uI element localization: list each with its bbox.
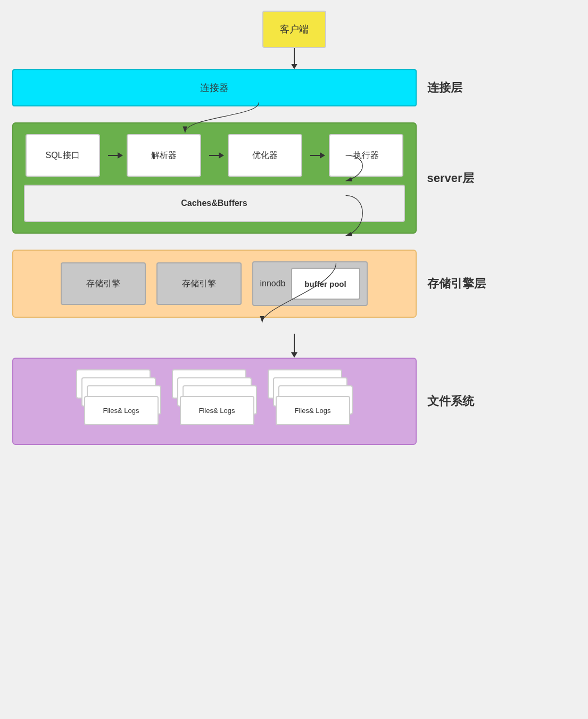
sql-interface-box: SQL接口 [26, 134, 100, 177]
buffer-pool-box: buffer pool [291, 268, 360, 300]
client-box: 客户端 [262, 11, 326, 48]
sql-interface-label: SQL接口 [45, 150, 79, 161]
filesystem-layer-label: 文件系统 [427, 393, 474, 409]
file-box-3-main: Files& Logs [276, 396, 350, 425]
filesystem-layer-box: Files& Logs Files& Logs Files& Logs File… [12, 358, 417, 445]
innodb-label: innodb [260, 279, 285, 288]
storage-engine-label-2: 存储引擎 [182, 278, 216, 290]
parser-box: 解析器 [127, 134, 201, 177]
client-label: 客户端 [280, 23, 309, 36]
arrow-sql-parser [108, 155, 119, 156]
file-box-1-main: Files& Logs [84, 396, 159, 425]
file-label-1-main: Files& Logs [103, 407, 139, 415]
optimizer-box: 优化器 [228, 134, 302, 177]
caches-buffers-box: Caches&Buffers [24, 185, 405, 222]
storage-engine-label-1: 存储引擎 [86, 278, 120, 290]
connector-label: 连接器 [200, 81, 229, 94]
file-label-3-main: Files& Logs [295, 407, 331, 415]
storage-layer-label: 存储引擎层 [427, 276, 486, 292]
files-stack-3: Files& Logs Files& Logs Files& Logs File… [268, 369, 353, 433]
server-layer-label: server层 [427, 170, 474, 186]
innodb-container: innodb buffer pool [252, 261, 367, 306]
storage-layer-box: 存储引擎 存储引擎 innodb buffer pool [12, 250, 417, 318]
connector-layer: 连接器 [12, 69, 417, 106]
caches-buffers-label: Caches&Buffers [181, 199, 247, 208]
storage-engine-box-2: 存储引擎 [156, 262, 242, 305]
optimizer-label: 优化器 [252, 150, 278, 161]
storage-engine-box-1: 存储引擎 [61, 262, 146, 305]
executor-label: 执行器 [353, 150, 379, 161]
server-layer-box: SQL接口 解析器 优化器 执行器 Caches&Buffers [12, 122, 417, 234]
server-components: SQL接口 解析器 优化器 执行器 [24, 134, 405, 177]
arrow-optimizer-executor [310, 155, 321, 156]
connection-layer-label: 连接层 [427, 80, 462, 96]
parser-label: 解析器 [151, 150, 177, 161]
buffer-pool-label: buffer pool [304, 279, 346, 288]
arrow-parser-optimizer [209, 155, 220, 156]
file-label-2-main: Files& Logs [199, 407, 235, 415]
files-stack-1: Files& Logs Files& Logs Files& Logs File… [76, 369, 161, 433]
executor-box: 执行器 [329, 134, 403, 177]
file-box-2-main: Files& Logs [180, 396, 254, 425]
files-stack-2: Files& Logs Files& Logs Files& Logs File… [172, 369, 257, 433]
